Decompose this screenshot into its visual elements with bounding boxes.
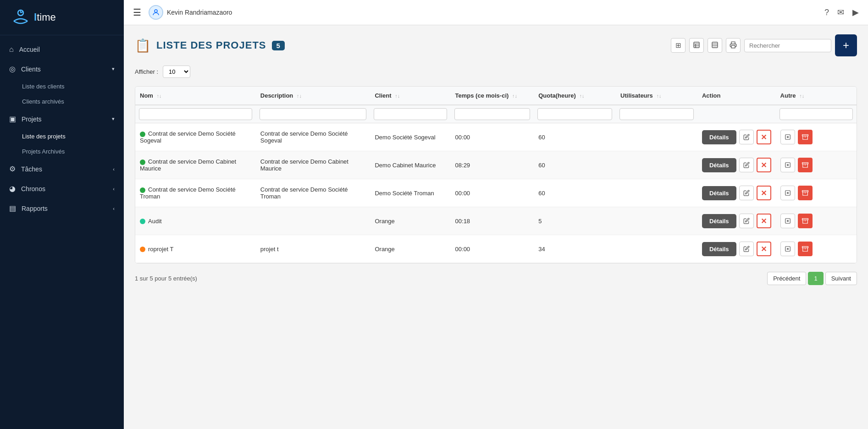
user-info: Kevin Randriamazaoro: [149, 5, 232, 20]
edit-button[interactable]: [739, 130, 754, 144]
edit-button[interactable]: [739, 158, 754, 172]
cell-autre: [776, 179, 857, 207]
filter-autre[interactable]: [780, 108, 853, 120]
mail-icon[interactable]: ✉: [837, 7, 844, 17]
details-button[interactable]: Détails: [702, 214, 736, 228]
col-client[interactable]: Client ↑↓: [370, 87, 450, 105]
table-row: Audit Orange 00:18 5 Détails ✕: [135, 207, 857, 235]
copy-icon: ⊞: [675, 41, 681, 50]
col-quota[interactable]: Quota(heure) ↑↓: [534, 87, 616, 105]
next-button[interactable]: Suivant: [825, 272, 857, 285]
print-button[interactable]: [726, 38, 741, 53]
afficher-select[interactable]: 10 25 50 100: [163, 66, 190, 78]
view-button[interactable]: [780, 186, 795, 200]
cell-client: Demo Cabinet Maurice: [370, 151, 450, 179]
cell-client: Demo Société Troman: [370, 179, 450, 207]
filter-quota[interactable]: [537, 108, 612, 120]
cell-action: Détails ✕: [697, 151, 776, 179]
delete-button[interactable]: ✕: [757, 158, 771, 172]
cell-utilisateurs: [616, 179, 697, 207]
archive-button[interactable]: [798, 158, 813, 172]
filter-utilisateurs[interactable]: [619, 108, 694, 120]
edit-button[interactable]: [739, 186, 754, 200]
view-button[interactable]: [780, 130, 795, 144]
cell-autre: [776, 235, 857, 263]
header-actions: ⊞: [671, 34, 857, 56]
edit-button[interactable]: [739, 242, 754, 256]
copy-button[interactable]: ⊞: [671, 38, 686, 53]
archive-button[interactable]: [798, 186, 813, 200]
sub-item-label: Liste des projets: [22, 133, 66, 140]
prev-button[interactable]: Précédent: [767, 272, 806, 285]
chevron-left-icon: ‹: [113, 166, 115, 172]
delete-button[interactable]: ✕: [757, 186, 771, 200]
x-icon: ✕: [761, 245, 767, 253]
filter-client[interactable]: [374, 108, 447, 120]
archive-button[interactable]: [798, 242, 813, 256]
sidebar-item-accueil[interactable]: ⌂ Accueil: [0, 40, 124, 59]
filter-temps[interactable]: [454, 108, 531, 120]
delete-button[interactable]: ✕: [757, 130, 771, 144]
page-header: 📋 LISTE DES PROJETS 5 ⊞: [135, 34, 857, 56]
view-button[interactable]: [780, 214, 795, 228]
details-button[interactable]: Détails: [702, 186, 736, 200]
play-icon[interactable]: ▶: [852, 7, 859, 17]
chevron-left-icon: ‹: [113, 186, 115, 192]
filter-row: [135, 105, 857, 123]
table-row: Contrat de service Demo Société Sogeval …: [135, 123, 857, 151]
details-button[interactable]: Détails: [702, 242, 736, 256]
delete-button[interactable]: ✕: [757, 214, 771, 228]
sidebar-item-clients-archives[interactable]: Clients archivés: [0, 94, 124, 109]
csv-button[interactable]: [689, 38, 704, 53]
clients-icon: ◎: [9, 65, 16, 73]
svg-rect-8: [712, 42, 718, 48]
delete-button[interactable]: ✕: [757, 242, 771, 256]
sidebar-item-projets-archives[interactable]: Projets Archivés: [0, 144, 124, 159]
pdf-button[interactable]: [708, 38, 722, 53]
col-nom[interactable]: Nom ↑↓: [135, 87, 256, 105]
filter-nom[interactable]: [139, 108, 252, 120]
table-header-row: Nom ↑↓ Description ↑↓ Client ↑↓ Temps: [135, 87, 857, 105]
cell-description: projet t: [256, 235, 370, 263]
archive-button[interactable]: [798, 214, 813, 228]
cell-temps: 00:00: [451, 123, 534, 151]
afficher-label: Afficher :: [135, 68, 158, 75]
view-button[interactable]: [780, 158, 795, 172]
sort-icon: ↑↓: [656, 93, 661, 99]
col-autre[interactable]: Autre ↑↓: [776, 87, 857, 105]
sidebar-item-projets[interactable]: ▣ Projets ▾: [0, 109, 124, 129]
status-dot: [140, 219, 145, 224]
cell-temps: 00:18: [451, 207, 534, 235]
sidebar-item-taches[interactable]: ⚙ Tâches ‹: [0, 159, 124, 179]
search-input[interactable]: [744, 39, 831, 52]
help-icon[interactable]: ?: [824, 8, 829, 17]
col-utilisateurs[interactable]: Utilisateurs ↑↓: [616, 87, 697, 105]
add-button[interactable]: +: [835, 34, 857, 56]
col-temps[interactable]: Temps (ce mois-ci) ↑↓: [451, 87, 534, 105]
page-1-button[interactable]: 1: [808, 272, 823, 285]
cell-utilisateurs: [616, 207, 697, 235]
col-description[interactable]: Description ↑↓: [256, 87, 370, 105]
details-button[interactable]: Détails: [702, 130, 736, 144]
edit-button[interactable]: [739, 214, 754, 228]
sidebar-item-liste-clients[interactable]: Liste des clients: [0, 79, 124, 94]
details-button[interactable]: Détails: [702, 158, 736, 172]
sidebar-item-clients[interactable]: ◎ Clients ▾: [0, 59, 124, 79]
sidebar-item-chronos[interactable]: ◕ Chronos ‹: [0, 179, 124, 198]
sidebar-item-rapports[interactable]: ▤ Rapports ‹: [0, 198, 124, 218]
sidebar-item-liste-projets[interactable]: Liste des projets: [0, 129, 124, 144]
view-button[interactable]: [780, 242, 795, 256]
sidebar-item-label: Tâches: [21, 165, 42, 173]
pagination-row: 1 sur 5 pour 5 entrée(s) Précédent 1 Sui…: [135, 272, 857, 285]
cell-autre: [776, 123, 857, 151]
archive-button[interactable]: [798, 130, 813, 144]
svg-rect-30: [802, 219, 808, 220]
menu-button[interactable]: ☰: [133, 7, 141, 18]
filter-description[interactable]: [260, 108, 367, 120]
sort-icon: ↑↓: [157, 93, 162, 99]
chronos-icon: ◕: [9, 184, 16, 193]
cell-description: Contrat de service Demo Société Sogeval: [256, 123, 370, 151]
x-icon: ✕: [761, 161, 767, 170]
projets-icon: ▣: [9, 115, 16, 123]
sort-icon: ↑↓: [579, 93, 584, 99]
